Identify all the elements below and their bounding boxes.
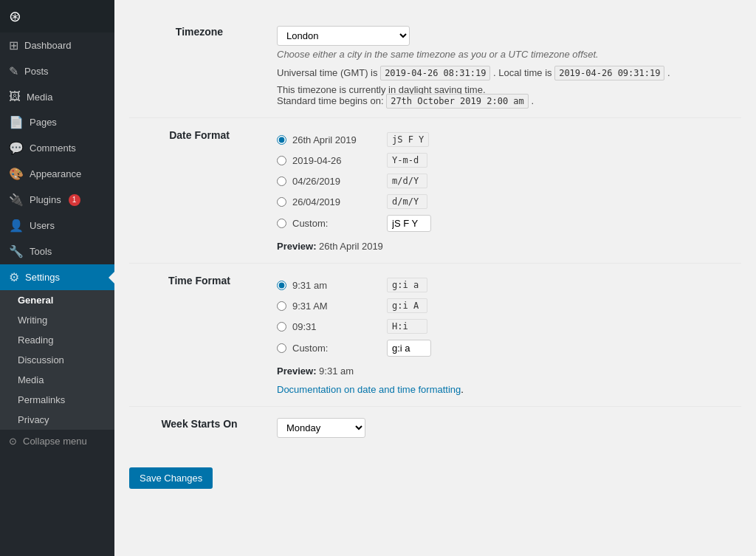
date-format-option-2: 04/26/2019 m/d/Y xyxy=(277,171,741,191)
date-format-display-3: 26/04/2019 xyxy=(292,196,381,207)
timezone-select[interactable]: London UTC New York Los Angeles xyxy=(277,26,410,46)
sidebar-item-label: Dashboard xyxy=(24,40,72,51)
time-format-display-0: 9:31 am xyxy=(292,280,381,291)
time-format-custom-input[interactable] xyxy=(387,340,431,357)
collapse-menu[interactable]: ⊙ Collapse menu xyxy=(0,430,114,453)
submenu-reading[interactable]: Reading xyxy=(0,330,114,350)
week-starts-row: Week Starts On Sunday Monday Tuesday Wed… xyxy=(129,407,741,450)
time-format-code-2: H:i xyxy=(387,319,427,334)
settings-submenu: General Writing Reading Discussion Media… xyxy=(0,290,114,430)
sidebar: ⊛ ⊞ Dashboard ✎ Posts 🖼 Media 📄 Pages 💬 … xyxy=(0,0,114,556)
sidebar-item-users[interactable]: 👤 Users xyxy=(0,213,114,238)
wordpress-icon: ⊛ xyxy=(9,7,21,25)
time-format-row: Time Format 9:31 am g:i a 9:31 AM g:i A … xyxy=(129,264,741,407)
sidebar-item-label: Tools xyxy=(30,246,52,257)
date-format-row: Date Format 26th April 2019 jS F Y 2019-… xyxy=(129,118,741,264)
collapse-label: Collapse menu xyxy=(23,436,87,447)
pages-icon: 📄 xyxy=(9,115,24,129)
time-format-code-1: g:i A xyxy=(387,298,427,313)
date-format-option-3: 26/04/2019 d/m/Y xyxy=(277,191,741,212)
timezone-description: Choose either a city in the same timezon… xyxy=(277,49,741,60)
date-format-display-2: 04/26/2019 xyxy=(292,176,381,187)
date-format-radio-custom[interactable] xyxy=(277,219,286,228)
submenu-privacy[interactable]: Privacy xyxy=(0,410,114,430)
time-format-preview-value: 9:31 am xyxy=(319,365,354,377)
date-format-preview-value: 26th April 2019 xyxy=(319,241,383,252)
date-format-label: Date Format xyxy=(169,129,230,141)
time-format-preview: Preview: 9:31 am xyxy=(277,365,741,377)
time-format-option-1: 9:31 AM g:i A xyxy=(277,295,741,316)
sidebar-item-tools[interactable]: 🔧 Tools xyxy=(0,238,114,264)
submenu-writing[interactable]: Writing xyxy=(0,310,114,330)
date-format-display-custom: Custom: xyxy=(292,218,381,229)
local-prefix: . Local time is xyxy=(493,67,551,78)
sidebar-item-label: Appearance xyxy=(30,168,81,179)
main-content: Timezone London UTC New York Los Angeles… xyxy=(114,0,756,556)
doc-period: . xyxy=(461,384,464,395)
sidebar-item-label: Comments xyxy=(30,143,76,154)
date-format-option-1: 2019-04-26 Y-m-d xyxy=(277,150,741,171)
sidebar-logo: ⊛ xyxy=(0,0,114,32)
plugins-badge: 1 xyxy=(69,194,80,206)
sidebar-item-label: Media xyxy=(27,92,52,103)
date-format-display-1: 2019-04-26 xyxy=(292,155,381,166)
settings-arrow xyxy=(109,272,114,284)
settings-form-table: Timezone London UTC New York Los Angeles… xyxy=(129,15,741,449)
sidebar-item-media[interactable]: 🖼 Media xyxy=(0,84,114,109)
date-format-code-3: d/m/Y xyxy=(387,194,427,209)
date-format-code-1: Y-m-d xyxy=(387,153,427,168)
time-format-display-1: 9:31 AM xyxy=(292,301,381,312)
time-format-radio-0[interactable] xyxy=(277,281,286,290)
submenu-discussion[interactable]: Discussion xyxy=(0,350,114,370)
time-format-label: Time Format xyxy=(168,275,230,286)
time-format-radio-1[interactable] xyxy=(277,301,286,311)
submenu-media[interactable]: Media xyxy=(0,370,114,390)
date-format-radio-3[interactable] xyxy=(277,197,286,207)
date-format-code-2: m/d/Y xyxy=(387,174,427,188)
date-format-option-0: 26th April 2019 jS F Y xyxy=(277,129,741,150)
time-format-radio-2[interactable] xyxy=(277,322,286,332)
dashboard-icon: ⊞ xyxy=(9,38,18,52)
tools-icon: 🔧 xyxy=(9,244,24,258)
local-suffix: . xyxy=(667,67,670,78)
submenu-permalinks[interactable]: Permalinks xyxy=(0,390,114,410)
time-format-preview-label: Preview: xyxy=(277,365,316,377)
doc-link[interactable]: Documentation on date and time formattin… xyxy=(277,384,461,395)
plugins-icon: 🔌 xyxy=(9,193,24,207)
date-format-radio-1[interactable] xyxy=(277,156,286,165)
submenu-general[interactable]: General xyxy=(0,290,114,310)
date-format-preview-label: Preview: xyxy=(277,241,316,252)
users-icon: 👤 xyxy=(9,219,24,233)
local-value: 2019-04-26 09:31:19 xyxy=(554,66,664,80)
sidebar-item-settings[interactable]: ⚙ Settings xyxy=(0,264,114,290)
comments-icon: 💬 xyxy=(9,141,24,155)
time-format-display-2: 09:31 xyxy=(292,321,381,332)
time-format-code-0: g:i a xyxy=(387,278,427,292)
date-format-radio-0[interactable] xyxy=(277,135,286,145)
sidebar-item-dashboard[interactable]: ⊞ Dashboard xyxy=(0,32,114,58)
settings-icon: ⚙ xyxy=(9,270,19,284)
media-icon: 🖼 xyxy=(9,90,21,103)
save-changes-button[interactable]: Save Changes xyxy=(129,467,213,489)
sidebar-item-comments[interactable]: 💬 Comments xyxy=(0,135,114,161)
appearance-icon: 🎨 xyxy=(9,167,24,181)
sidebar-item-plugins[interactable]: 🔌 Plugins 1 xyxy=(0,187,114,213)
doc-link-container: Documentation on date and time formattin… xyxy=(277,384,741,395)
gmt-prefix: Universal time (GMT) is xyxy=(277,67,378,78)
sidebar-item-label: Plugins xyxy=(30,194,61,205)
sidebar-item-appearance[interactable]: 🎨 Appearance xyxy=(0,161,114,187)
collapse-icon: ⊙ xyxy=(9,436,17,447)
date-format-custom-input[interactable] xyxy=(387,215,431,232)
date-format-radio-2[interactable] xyxy=(277,176,286,186)
time-format-display-custom: Custom: xyxy=(292,343,381,354)
time-format-radio-custom[interactable] xyxy=(277,343,286,353)
standard-value: 27th October 2019 2:00 am xyxy=(386,94,529,109)
date-format-option-custom: Custom: xyxy=(277,212,741,235)
week-starts-select[interactable]: Sunday Monday Tuesday Wednesday Thursday… xyxy=(277,418,365,438)
timezone-row: Timezone London UTC New York Los Angeles… xyxy=(129,15,741,118)
sidebar-item-posts[interactable]: ✎ Posts xyxy=(0,58,114,84)
gmt-value: 2019-04-26 08:31:19 xyxy=(380,66,490,80)
sidebar-item-pages[interactable]: 📄 Pages xyxy=(0,109,114,135)
time-format-option-0: 9:31 am g:i a xyxy=(277,275,741,295)
date-format-code-0: jS F Y xyxy=(387,132,429,147)
